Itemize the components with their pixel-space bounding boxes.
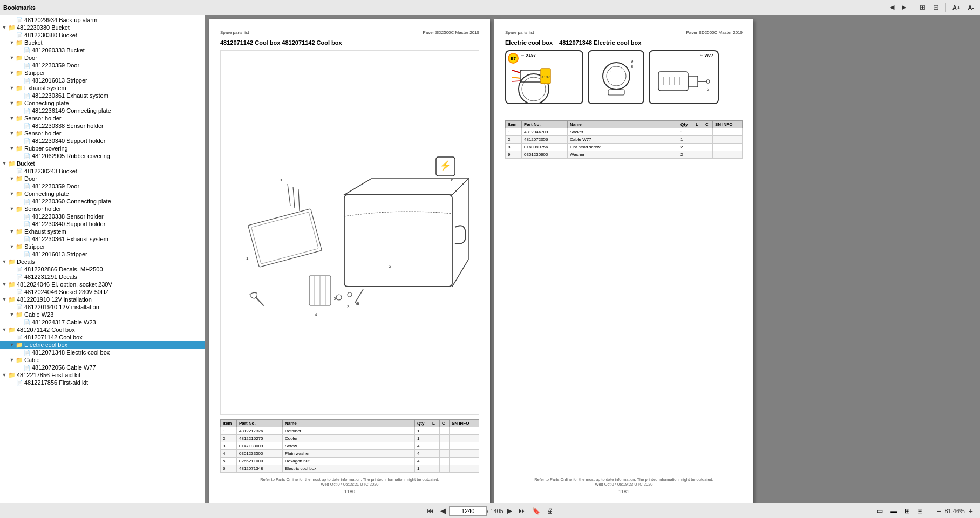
sidebar-item-s23[interactable]: 📄4812230359 Door (0, 182, 205, 190)
sidebar-item-s8[interactable]: ▼📁Stripper (0, 69, 205, 77)
sidebar-label: 4812230338 Sensor holder (32, 122, 104, 129)
col-l-2: L (693, 121, 703, 128)
print-button[interactable]: 🖨 (543, 506, 556, 516)
toggle-placeholder (16, 349, 23, 356)
sidebar-item-s30[interactable]: 📄4812230361 Exhaust system (0, 235, 205, 243)
next-page-button[interactable]: ▶ (503, 505, 515, 516)
sidebar-item-s13[interactable]: 📄4812236149 Connecting plate (0, 107, 205, 114)
sidebar-item-s4[interactable]: ▼📁Bucket (0, 39, 205, 46)
svg-line-13 (298, 189, 300, 211)
sidebar-label: Electric cool box (24, 342, 67, 348)
sidebar-item-s7[interactable]: 📄4812230359 Door (0, 62, 205, 69)
sidebar-item-s40[interactable]: ▼📁Cable W23 (0, 311, 205, 318)
sidebar-item-s9[interactable]: 📄4812016013 Stripper (0, 77, 205, 84)
prev-page-button[interactable]: ◀ (437, 505, 449, 516)
nav-next-button[interactable]: ▶ (899, 2, 909, 12)
sidebar-item-s24[interactable]: ▼📁Connecting plate (0, 190, 205, 197)
sidebar-label: Cable W23 (24, 311, 53, 318)
sidebar-item-s29[interactable]: ▼📁Exhaust system (0, 228, 205, 235)
first-page-button[interactable]: ⏮ (424, 505, 437, 516)
sidebar-item-s16[interactable]: ▼📁Sensor holder (0, 130, 205, 137)
sidebar-item-s48[interactable]: ▼📁4812217856 First-aid kit (0, 371, 205, 379)
sidebar-item-s12[interactable]: ▼📁Connecting plate (0, 99, 205, 107)
sidebar-item-s33[interactable]: ▼📁Decals (0, 258, 205, 265)
sidebar-item-s39[interactable]: 📄4812201910 12V installation (0, 303, 205, 311)
folder-icon: 📁 (16, 70, 23, 76)
sidebar-label: 4812202866 Decals, MH2500 (24, 266, 103, 272)
sidebar-item-s37[interactable]: 📄4812024046 Socket 230V 50HZ (0, 288, 205, 296)
sidebar-item-s2[interactable]: ▼📁4812230380 Bucket (0, 24, 205, 31)
nav-prev-button[interactable]: ◀ (887, 2, 897, 12)
collapse-button[interactable]: ⊟ (930, 2, 942, 13)
sidebar-item-s26[interactable]: ▼📁Sensor holder (0, 205, 205, 213)
sidebar-item-s36[interactable]: ▼📁4812024046 El. option, socket 230V (0, 281, 205, 288)
main-layout: 📄4812029934 Back-up alarm▼📁4812230380 Bu… (0, 15, 980, 503)
sidebar-item-s42[interactable]: ▼📁4812071142 Cool box (0, 326, 205, 333)
sidebar-item-s41[interactable]: 📄4812024317 Cable W23 (0, 318, 205, 326)
sidebar-item-s45[interactable]: 📄4812071348 Electric cool box (0, 349, 205, 356)
toggle-placeholder (16, 77, 23, 84)
last-page-button[interactable]: ⏭ (515, 505, 529, 516)
sidebar-item-s14[interactable]: ▼📁Sensor holder (0, 114, 205, 122)
view-grid-button[interactable]: ⊞ (902, 506, 913, 516)
sidebar-item-s18[interactable]: ▼📁Rubber covering (0, 145, 205, 152)
divider2 (945, 3, 946, 12)
footer-note-2: Refer to Parts Online for the most up to… (505, 477, 743, 482)
sidebar-item-s47[interactable]: 📄4812072056 Cable W77 (0, 364, 205, 371)
sidebar-item-s11[interactable]: 📄4812230361 Exhaust system (0, 92, 205, 99)
sidebar-item-s49[interactable]: 📄4812217856 First-aid kit (0, 379, 205, 386)
expand-button[interactable]: ⊞ (917, 2, 928, 13)
sidebar-label: 4812024046 El. option, socket 230V (17, 281, 112, 288)
zoom-out-button[interactable]: − (935, 507, 942, 515)
sidebar-label: Door (24, 175, 37, 182)
toggle-placeholder (9, 334, 15, 340)
toggle-placeholder (16, 62, 23, 69)
svg-line-11 (288, 184, 290, 206)
sidebar-item-s1[interactable]: 📄4812029934 Back-up alarm (0, 16, 205, 24)
view-single-button[interactable]: ▭ (874, 506, 886, 516)
page-input[interactable] (449, 506, 487, 516)
page-icon: 📄 (23, 349, 31, 356)
sidebar: 📄4812029934 Back-up alarm▼📁4812230380 Bu… (0, 15, 205, 503)
zoom-in-button[interactable]: + (967, 507, 975, 515)
sidebar-item-s34[interactable]: 📄4812202866 Decals, MH2500 (0, 265, 205, 273)
sidebar-item-s20[interactable]: ▼📁Bucket (0, 160, 205, 167)
sidebar-item-s17[interactable]: 📄4812230340 Support holder (0, 137, 205, 145)
sidebar-item-s35[interactable]: 📄4812231291 Decals (0, 273, 205, 281)
sidebar-item-s32[interactable]: 📄4812016013 Stripper (0, 250, 205, 258)
view-fit-button[interactable]: ⊟ (915, 506, 925, 516)
bookmark-button[interactable]: 🔖 (529, 506, 543, 516)
sidebar-label: 4812016013 Stripper (32, 77, 87, 84)
col-sn: SN INFO (450, 420, 479, 427)
sidebar-item-s28[interactable]: 📄4812230340 Support holder (0, 220, 205, 228)
font-decrease-button[interactable]: A- (965, 3, 977, 12)
folder-icon: 📁 (8, 160, 16, 167)
sidebar-item-s25[interactable]: 📄4812230360 Connecting plate (0, 197, 205, 205)
font-increase-button[interactable]: A+ (950, 3, 963, 12)
sidebar-item-s46[interactable]: ▼📁Cable (0, 356, 205, 364)
sidebar-item-s22[interactable]: ▼📁Door (0, 175, 205, 182)
sidebar-item-s43[interactable]: 📄4812071142 Cool box (0, 333, 205, 341)
sidebar-item-s6[interactable]: ▼📁Door (0, 54, 205, 62)
toggle-placeholder (16, 319, 23, 325)
sidebar-item-s38[interactable]: ▼📁4812201910 12V installation (0, 296, 205, 303)
sidebar-item-s21[interactable]: 📄4812230243 Bucket (0, 167, 205, 175)
sidebar-label: 4812024046 Socket 230V 50HZ (24, 289, 109, 295)
sidebar-item-s15[interactable]: 📄4812230338 Sensor holder (0, 122, 205, 130)
sidebar-item-s44[interactable]: ▼📁Electric cool box (0, 341, 205, 349)
sidebar-item-s3[interactable]: 📄4812230380 Bucket (0, 31, 205, 39)
toggle-placeholder (9, 17, 15, 23)
folder-icon: 📁 (16, 243, 23, 250)
sidebar-item-s10[interactable]: ▼📁Exhaust system (0, 84, 205, 92)
page-icon: 📄 (23, 251, 31, 257)
sidebar-label: 4812230380 Bucket (17, 24, 70, 31)
sidebar-item-s5[interactable]: 📄4812060333 Bucket (0, 46, 205, 54)
col-sn-2: SN INFO (713, 121, 743, 128)
toggle-icon: ▼ (9, 54, 15, 61)
sidebar-label: 4812062905 Rubber covering (32, 153, 110, 159)
sidebar-item-s27[interactable]: 📄4812230338 Sensor holder (0, 213, 205, 220)
view-double-button[interactable]: ▬ (888, 506, 900, 516)
sidebar-item-s19[interactable]: 📄4812062905 Rubber covering (0, 152, 205, 160)
toggle-icon: ▼ (1, 160, 8, 167)
sidebar-item-s31[interactable]: ▼📁Stripper (0, 243, 205, 250)
